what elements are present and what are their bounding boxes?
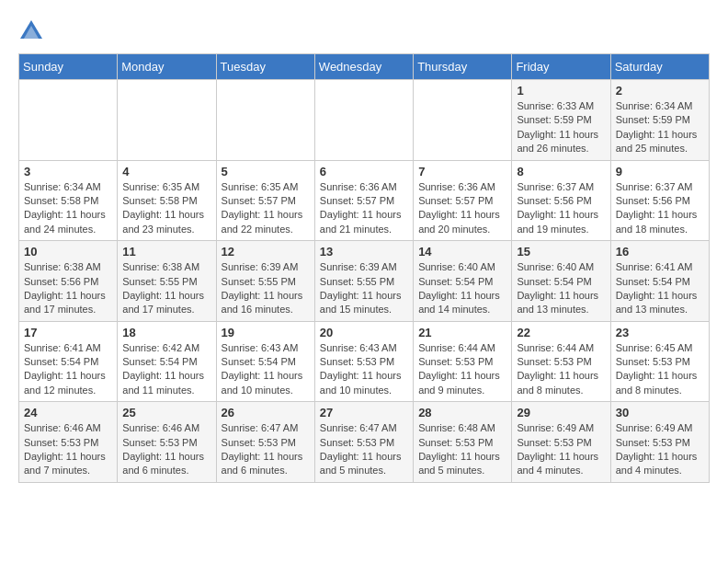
calendar-cell: 29Sunrise: 6:49 AMSunset: 5:53 PMDayligh… [512,402,610,483]
day-info: Sunrise: 6:40 AMSunset: 5:54 PMDaylight:… [517,260,605,317]
day-info: Sunrise: 6:37 AMSunset: 5:56 PMDaylight:… [616,180,704,237]
day-number: 4 [122,165,210,178]
day-number: 21 [418,326,506,339]
calendar-cell: 8Sunrise: 6:37 AMSunset: 5:56 PMDaylight… [512,160,610,241]
calendar-week-row: 17Sunrise: 6:41 AMSunset: 5:54 PMDayligh… [19,321,710,402]
day-info: Sunrise: 6:48 AMSunset: 5:53 PMDaylight:… [418,421,506,478]
day-number: 8 [517,165,605,178]
calendar-cell: 27Sunrise: 6:47 AMSunset: 5:53 PMDayligh… [314,402,413,483]
day-info: Sunrise: 6:36 AMSunset: 5:57 PMDaylight:… [320,180,408,237]
logo [18,18,48,44]
day-number: 13 [320,245,408,259]
day-number: 19 [222,326,310,339]
calendar-cell: 21Sunrise: 6:44 AMSunset: 5:53 PMDayligh… [414,321,512,402]
day-number: 15 [517,245,605,259]
day-number: 27 [320,406,408,419]
calendar-cell: 1Sunrise: 6:33 AMSunset: 5:59 PMDaylight… [512,80,610,161]
calendar-cell: 16Sunrise: 6:41 AMSunset: 5:54 PMDayligh… [610,241,709,322]
calendar-cell: 4Sunrise: 6:35 AMSunset: 5:58 PMDaylight… [118,160,216,241]
calendar-header-monday: Monday [118,54,216,80]
calendar-week-row: 10Sunrise: 6:38 AMSunset: 5:56 PMDayligh… [19,241,710,322]
calendar-week-row: 1Sunrise: 6:33 AMSunset: 5:59 PMDaylight… [19,80,710,161]
day-number: 25 [122,406,210,419]
day-number: 23 [616,326,704,339]
day-info: Sunrise: 6:37 AMSunset: 5:56 PMDaylight:… [517,180,605,237]
day-info: Sunrise: 6:41 AMSunset: 5:54 PMDaylight:… [616,260,704,317]
day-number: 5 [222,165,310,178]
day-number: 20 [320,326,408,339]
calendar-table: SundayMondayTuesdayWednesdayThursdayFrid… [18,53,710,483]
calendar-cell: 15Sunrise: 6:40 AMSunset: 5:54 PMDayligh… [512,241,610,322]
calendar-cell [19,80,118,161]
calendar-cell: 6Sunrise: 6:36 AMSunset: 5:57 PMDaylight… [314,160,413,241]
day-info: Sunrise: 6:49 AMSunset: 5:53 PMDaylight:… [616,421,704,478]
calendar-cell [314,80,413,161]
calendar-cell: 20Sunrise: 6:43 AMSunset: 5:53 PMDayligh… [314,321,413,402]
day-number: 22 [517,326,605,339]
day-number: 30 [616,406,704,419]
calendar-header-thursday: Thursday [414,54,512,80]
calendar-cell: 14Sunrise: 6:40 AMSunset: 5:54 PMDayligh… [414,241,512,322]
calendar-cell: 18Sunrise: 6:42 AMSunset: 5:54 PMDayligh… [118,321,216,402]
calendar-cell: 19Sunrise: 6:43 AMSunset: 5:54 PMDayligh… [216,321,314,402]
day-info: Sunrise: 6:45 AMSunset: 5:53 PMDaylight:… [616,341,704,398]
day-number: 9 [616,165,704,178]
day-info: Sunrise: 6:35 AMSunset: 5:58 PMDaylight:… [122,180,210,237]
day-info: Sunrise: 6:33 AMSunset: 5:59 PMDaylight:… [517,99,605,156]
day-info: Sunrise: 6:44 AMSunset: 5:53 PMDaylight:… [418,341,506,398]
day-number: 6 [320,165,408,178]
day-info: Sunrise: 6:38 AMSunset: 5:55 PMDaylight:… [122,260,210,317]
day-number: 29 [517,406,605,419]
day-number: 28 [418,406,506,419]
calendar-cell: 23Sunrise: 6:45 AMSunset: 5:53 PMDayligh… [610,321,709,402]
day-number: 17 [24,326,112,339]
calendar-cell: 26Sunrise: 6:47 AMSunset: 5:53 PMDayligh… [216,402,314,483]
calendar-header-sunday: Sunday [19,54,118,80]
day-info: Sunrise: 6:34 AMSunset: 5:58 PMDaylight:… [24,180,112,237]
day-info: Sunrise: 6:44 AMSunset: 5:53 PMDaylight:… [517,341,605,398]
day-info: Sunrise: 6:47 AMSunset: 5:53 PMDaylight:… [320,421,408,478]
calendar-week-row: 24Sunrise: 6:46 AMSunset: 5:53 PMDayligh… [19,402,710,483]
calendar-cell [414,80,512,161]
calendar-cell: 17Sunrise: 6:41 AMSunset: 5:54 PMDayligh… [19,321,118,402]
day-info: Sunrise: 6:40 AMSunset: 5:54 PMDaylight:… [418,260,506,317]
day-info: Sunrise: 6:35 AMSunset: 5:57 PMDaylight:… [222,180,310,237]
day-number: 16 [616,245,704,259]
calendar-header-row: SundayMondayTuesdayWednesdayThursdayFrid… [19,54,710,80]
day-info: Sunrise: 6:43 AMSunset: 5:53 PMDaylight:… [320,341,408,398]
day-number: 14 [418,245,506,259]
day-info: Sunrise: 6:47 AMSunset: 5:53 PMDaylight:… [222,421,310,478]
day-number: 10 [24,245,112,259]
calendar-cell: 2Sunrise: 6:34 AMSunset: 5:59 PMDaylight… [610,80,709,161]
calendar-cell: 5Sunrise: 6:35 AMSunset: 5:57 PMDaylight… [216,160,314,241]
calendar-cell: 12Sunrise: 6:39 AMSunset: 5:55 PMDayligh… [216,241,314,322]
day-number: 2 [616,84,704,98]
day-number: 12 [222,245,310,259]
logo-icon [18,18,44,44]
day-info: Sunrise: 6:39 AMSunset: 5:55 PMDaylight:… [320,260,408,317]
calendar-header-tuesday: Tuesday [216,54,314,80]
calendar-cell: 3Sunrise: 6:34 AMSunset: 5:58 PMDaylight… [19,160,118,241]
calendar-cell: 28Sunrise: 6:48 AMSunset: 5:53 PMDayligh… [414,402,512,483]
day-number: 1 [517,84,605,98]
calendar-cell: 25Sunrise: 6:46 AMSunset: 5:53 PMDayligh… [118,402,216,483]
calendar-header-saturday: Saturday [610,54,709,80]
calendar-cell [216,80,314,161]
day-info: Sunrise: 6:34 AMSunset: 5:59 PMDaylight:… [616,99,704,156]
day-info: Sunrise: 6:36 AMSunset: 5:57 PMDaylight:… [418,180,506,237]
day-number: 24 [24,406,112,419]
calendar-cell: 11Sunrise: 6:38 AMSunset: 5:55 PMDayligh… [118,241,216,322]
day-info: Sunrise: 6:41 AMSunset: 5:54 PMDaylight:… [24,341,112,398]
day-info: Sunrise: 6:42 AMSunset: 5:54 PMDaylight:… [122,341,210,398]
day-info: Sunrise: 6:46 AMSunset: 5:53 PMDaylight:… [122,421,210,478]
calendar-cell: 22Sunrise: 6:44 AMSunset: 5:53 PMDayligh… [512,321,610,402]
day-info: Sunrise: 6:46 AMSunset: 5:53 PMDaylight:… [24,421,112,478]
day-number: 11 [122,245,210,259]
day-number: 7 [418,165,506,178]
day-info: Sunrise: 6:39 AMSunset: 5:55 PMDaylight:… [222,260,310,317]
calendar-cell: 30Sunrise: 6:49 AMSunset: 5:53 PMDayligh… [610,402,709,483]
calendar-cell: 9Sunrise: 6:37 AMSunset: 5:56 PMDaylight… [610,160,709,241]
day-info: Sunrise: 6:38 AMSunset: 5:56 PMDaylight:… [24,260,112,317]
calendar-cell: 24Sunrise: 6:46 AMSunset: 5:53 PMDayligh… [19,402,118,483]
day-info: Sunrise: 6:49 AMSunset: 5:53 PMDaylight:… [517,421,605,478]
